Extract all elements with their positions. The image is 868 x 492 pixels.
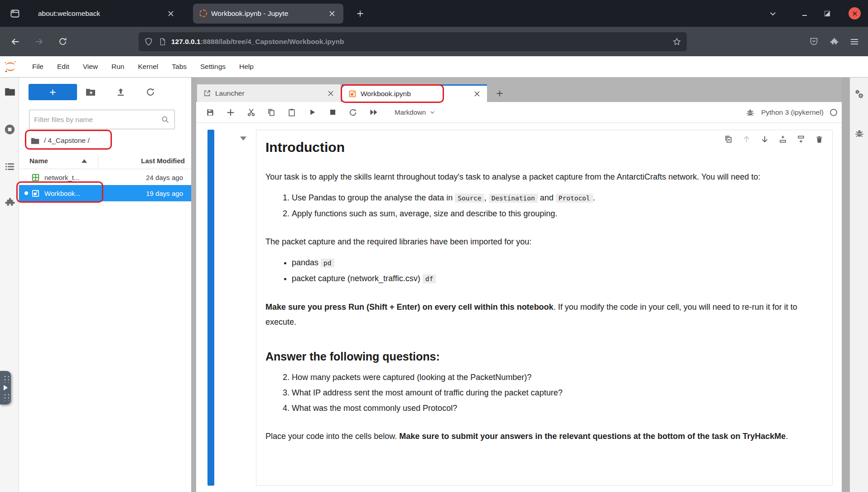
cell-toolbar	[723, 133, 825, 145]
minimize-button[interactable]	[798, 7, 811, 20]
kernel-area: Python 3 (ipykernel)	[746, 108, 837, 117]
annotation-box-workbook-tab	[341, 84, 444, 103]
kernel-status-idle-icon[interactable]	[830, 109, 837, 116]
url-bar[interactable]: 127.0.0.1:8888/lab/tree/4_Capstone/Workb…	[139, 32, 687, 51]
insert-cell-above-icon[interactable]	[777, 133, 789, 145]
markdown-cell[interactable]: Introduction Your task is to apply the s…	[256, 130, 833, 486]
restart-kernel-icon[interactable]	[347, 107, 358, 118]
cell-type-dropdown[interactable]: Markdown	[395, 108, 435, 116]
code-df: df	[423, 274, 436, 283]
filter-files-input[interactable]	[34, 116, 161, 124]
interrupt-kernel-icon[interactable]	[327, 107, 338, 118]
bookmark-star-icon[interactable]	[672, 37, 681, 46]
browser-navbar: 127.0.0.1:8888/lab/tree/4_Capstone/Workb…	[0, 27, 868, 56]
imported-paragraph: The packet capture and the required libr…	[265, 234, 823, 249]
insert-cell-below-icon[interactable]	[795, 133, 807, 145]
cell-collapser-caret-icon[interactable]	[240, 136, 246, 141]
file-browser-toolbar	[19, 84, 191, 100]
column-modified-header[interactable]: Last Modified	[141, 157, 185, 165]
save-icon[interactable]	[205, 107, 216, 118]
browser-titlebar: about:welcomeback Workbook.ipynb - Jupyt…	[0, 0, 868, 27]
table-of-contents-tab-icon[interactable]	[4, 161, 16, 173]
browser-tab-workbook[interactable]: Workbook.ipynb - Jupyte	[193, 4, 343, 24]
expand-play-icon	[4, 385, 8, 390]
menu-settings[interactable]: Settings	[193, 56, 232, 77]
question-3: What IP address sent the most amount of …	[292, 385, 823, 400]
run-cell-icon[interactable]	[307, 107, 318, 118]
panel-splitter[interactable]	[191, 78, 196, 492]
page-info-icon[interactable]	[159, 38, 167, 46]
copy-cells-icon[interactable]	[266, 107, 277, 118]
main-dock-panel: Launcher Workbook.ipynb	[196, 78, 842, 492]
collapsed-panel-handle[interactable]	[0, 371, 11, 404]
search-icon	[161, 115, 170, 124]
code-pd: pd	[321, 258, 334, 268]
extensions-puzzle-icon[interactable]	[829, 37, 839, 46]
menu-tabs[interactable]: Tabs	[165, 56, 193, 77]
menu-file[interactable]: File	[25, 56, 50, 77]
move-cell-down-icon[interactable]	[759, 133, 771, 145]
running-kernels-tab-icon[interactable]	[4, 123, 16, 136]
task-item-2: Apply functions such as sum, average, si…	[292, 206, 823, 221]
menu-hamburger-icon[interactable]	[850, 37, 859, 46]
back-button[interactable]	[7, 34, 24, 50]
menu-edit[interactable]: Edit	[50, 56, 76, 77]
question-2: How many packets were captured (looking …	[292, 370, 823, 385]
navbar-right-icons	[809, 37, 859, 46]
duplicate-cell-icon[interactable]	[723, 133, 734, 145]
restart-run-all-icon[interactable]	[368, 107, 379, 118]
dock-tab-launcher[interactable]: Launcher	[197, 84, 341, 102]
pocket-icon[interactable]	[809, 37, 819, 46]
screen: about:welcomeback Workbook.ipynb - Jupyt…	[0, 0, 868, 492]
new-tab-button[interactable]	[353, 7, 367, 20]
browser-tab-title: Workbook.ipynb - Jupyte	[211, 10, 323, 18]
cut-cells-icon[interactable]	[246, 107, 256, 118]
url-host: 127.0.0.1	[171, 38, 201, 45]
kernel-name[interactable]: Python 3 (ipykernel)	[761, 108, 824, 117]
notebook-scrollbar[interactable]	[842, 78, 850, 492]
paste-cells-icon[interactable]	[286, 107, 297, 118]
menu-run[interactable]: Run	[105, 56, 131, 77]
menu-view[interactable]: View	[76, 56, 105, 77]
selected-cell-bar[interactable]	[207, 130, 214, 486]
close-tab-icon[interactable]	[472, 88, 482, 99]
shield-icon[interactable]	[144, 37, 153, 46]
jupyter-logo-icon	[4, 60, 17, 73]
dock-tab-label: Launcher	[215, 89, 325, 97]
tab-close-icon[interactable]	[326, 8, 338, 19]
extension-manager-tab-icon[interactable]	[4, 196, 16, 208]
new-launcher-button[interactable]	[29, 84, 77, 100]
column-divider[interactable]	[98, 156, 98, 167]
upload-files-button[interactable]	[114, 86, 127, 98]
restore-window-button[interactable]	[820, 7, 834, 20]
rendered-markdown: Introduction Your task is to apply the s…	[265, 138, 823, 444]
move-cell-up-icon[interactable]	[741, 133, 752, 145]
notebook-toolbar: Markdown Python 3 (ipykernel)	[196, 102, 842, 123]
menu-kernel[interactable]: Kernel	[131, 56, 165, 77]
cell-type-value: Markdown	[395, 108, 426, 116]
file-browser-tab-icon[interactable]	[4, 85, 16, 97]
close-tab-icon[interactable]	[325, 88, 336, 99]
reload-button[interactable]	[54, 34, 71, 50]
new-folder-button[interactable]	[84, 86, 97, 98]
column-name-header[interactable]: Name	[29, 157, 48, 165]
insert-cell-icon[interactable]	[225, 107, 236, 118]
property-inspector-gears-icon[interactable]	[854, 88, 865, 100]
delete-cell-trash-icon[interactable]	[813, 133, 825, 145]
new-dock-tab-button[interactable]	[493, 87, 506, 100]
url-text[interactable]: 127.0.0.1:8888/lab/tree/4_Capstone/Workb…	[171, 38, 344, 46]
forward-button[interactable]	[31, 34, 47, 50]
list-all-tabs-icon[interactable]	[766, 7, 780, 20]
sort-ascending-icon[interactable]	[82, 159, 87, 163]
firefox-view-icon[interactable]	[7, 6, 23, 21]
close-window-button[interactable]	[849, 7, 861, 19]
drag-dots-icon	[2, 393, 9, 401]
browser-tab-welcomeback[interactable]: about:welcomeback	[32, 4, 182, 24]
debugger-bug-icon[interactable]	[746, 108, 755, 117]
menu-help[interactable]: Help	[232, 56, 260, 77]
debugger-tab-bug-icon[interactable]	[854, 127, 865, 139]
annotation-box-breadcrumb	[25, 130, 112, 150]
jupyter-favicon-icon	[199, 10, 207, 17]
refresh-file-list-button[interactable]	[144, 86, 157, 98]
tab-close-icon[interactable]	[165, 8, 177, 19]
